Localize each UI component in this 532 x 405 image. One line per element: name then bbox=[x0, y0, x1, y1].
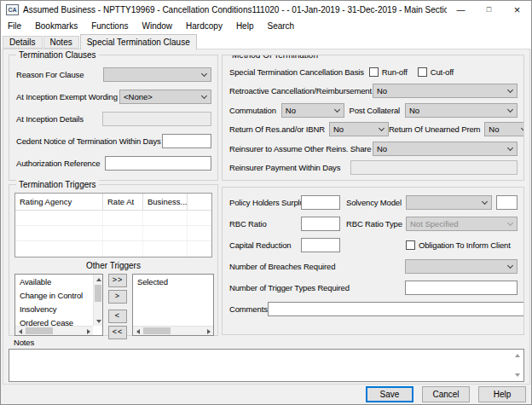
post-collateral-label: Post Collateral bbox=[349, 106, 400, 115]
minimize-button[interactable]: — bbox=[447, 1, 475, 18]
tab-notes[interactable]: Notes bbox=[43, 36, 79, 49]
retroactive-label: Retroactive Cancellation/Reimbursement bbox=[229, 86, 372, 95]
tab-page: Termination Clauses Reason For Clause At… bbox=[3, 49, 530, 385]
capital-reduction-field[interactable] bbox=[301, 238, 340, 252]
scrollbar-thumb[interactable] bbox=[143, 327, 171, 334]
reinsurer-assume-value: No bbox=[377, 144, 505, 153]
title-bar: CA Assumed Business - NPTTY19969 - Cance… bbox=[1, 1, 531, 18]
menu-bookmarks[interactable]: Bookmarks bbox=[28, 18, 84, 34]
breaches-required-dropdown[interactable] bbox=[405, 259, 518, 274]
commutation-value: No bbox=[286, 106, 332, 115]
return-res-dropdown[interactable]: No bbox=[329, 122, 389, 136]
column-rate-at[interactable]: Rate At bbox=[103, 194, 143, 210]
available-triggers-listbox[interactable]: Available Change in Control Insolvency O… bbox=[14, 274, 103, 336]
scroll-right-button[interactable] bbox=[84, 327, 93, 336]
retroactive-dropdown[interactable]: No bbox=[373, 84, 518, 98]
move-all-left-button[interactable]: << bbox=[108, 326, 127, 339]
scroll-down-button[interactable] bbox=[94, 316, 103, 326]
chevron-down-icon bbox=[521, 125, 524, 131]
table-row[interactable] bbox=[15, 241, 211, 257]
tab-special-termination-clause[interactable]: Special Termination Clause bbox=[80, 34, 197, 49]
chevron-down-icon bbox=[379, 125, 385, 131]
termination-triggers-group: Termination Triggers Rating Agency Rate … bbox=[9, 184, 218, 336]
other-triggers-label: Other Triggers bbox=[14, 261, 212, 273]
window-title: Assumed Business - NPTTY19969 - Cancella… bbox=[23, 5, 447, 14]
arrow-down-icon[interactable] bbox=[515, 373, 520, 377]
commutation-dropdown[interactable]: No bbox=[281, 103, 344, 118]
return-res-value: No bbox=[333, 124, 376, 134]
at-inception-exempt-wording-value: <None> bbox=[124, 92, 199, 101]
reinsurer-assume-label: Reinsurer to Assume Other Reins. Share bbox=[229, 144, 371, 153]
menu-file[interactable]: File bbox=[1, 18, 28, 34]
reinsurer-assume-dropdown[interactable]: No bbox=[373, 142, 518, 156]
solvency-model-extra-field[interactable] bbox=[496, 195, 518, 210]
move-right-button[interactable]: > bbox=[108, 290, 127, 304]
obligation-checkbox[interactable] bbox=[406, 240, 415, 250]
chevron-down-icon bbox=[201, 70, 207, 76]
trigger-types-required-field[interactable] bbox=[405, 281, 518, 295]
help-button[interactable]: Help bbox=[478, 386, 526, 402]
horizontal-scrollbar[interactable] bbox=[133, 326, 213, 335]
cancel-button[interactable]: Cancel bbox=[422, 386, 470, 402]
footer-button-bar: Save Cancel Help bbox=[1, 386, 531, 403]
save-button[interactable]: Save bbox=[366, 386, 413, 402]
policy-holders-surplus-field[interactable] bbox=[301, 195, 340, 210]
list-item[interactable]: Selected bbox=[134, 275, 212, 289]
reason-for-clause-dropdown[interactable] bbox=[103, 67, 211, 82]
reinsurer-payment-label: Reinsurer Payment Within Days bbox=[229, 163, 340, 172]
solvency-model-dropdown[interactable] bbox=[406, 195, 492, 210]
chevron-down-icon bbox=[507, 145, 513, 151]
arrow-down-icon bbox=[96, 320, 101, 323]
column-rating-agency[interactable]: Rating Agency bbox=[15, 194, 103, 210]
menu-bar: File Bookmarks Functions Window Hardcopy… bbox=[1, 18, 531, 34]
scrollbar-thumb[interactable] bbox=[26, 327, 53, 334]
rbc-ratio-type-value: Not Specified bbox=[410, 219, 505, 229]
selected-triggers-listbox[interactable]: Selected bbox=[132, 274, 214, 336]
rbc-ratio-field[interactable] bbox=[301, 217, 340, 231]
at-inception-exempt-wording-dropdown[interactable]: <None> bbox=[119, 90, 211, 104]
move-left-button[interactable]: < bbox=[108, 310, 127, 323]
horizontal-scrollbar[interactable] bbox=[15, 326, 93, 335]
authorization-reference-field[interactable] bbox=[105, 156, 211, 171]
runoff-checkbox[interactable] bbox=[369, 67, 379, 77]
comments-field[interactable] bbox=[268, 302, 524, 316]
menu-functions[interactable]: Functions bbox=[84, 18, 135, 34]
scrollbar-thumb[interactable] bbox=[95, 285, 101, 302]
menu-help[interactable]: Help bbox=[229, 18, 261, 34]
scroll-left-button[interactable] bbox=[15, 327, 25, 336]
termination-clauses-title: Termination Clauses bbox=[16, 49, 99, 61]
close-button[interactable]: × bbox=[503, 1, 531, 18]
cutoff-checkbox[interactable] bbox=[418, 67, 427, 77]
scroll-left-button[interactable] bbox=[133, 327, 142, 336]
scroll-right-button[interactable] bbox=[204, 327, 213, 336]
list-item[interactable]: Available bbox=[16, 275, 92, 289]
solvency-model-label: Solvency Model bbox=[346, 198, 402, 207]
table-row[interactable] bbox=[15, 226, 211, 241]
runoff-label: Run-off bbox=[382, 67, 408, 77]
move-buttons-column: >> > < << bbox=[108, 274, 127, 336]
window-controls: — □ × bbox=[447, 1, 531, 18]
scroll-up-button[interactable] bbox=[94, 275, 103, 284]
arrow-up-icon[interactable] bbox=[515, 354, 520, 357]
rbc-ratio-type-label: RBC Ratio Type bbox=[346, 219, 402, 229]
list-item[interactable]: Insolvency bbox=[16, 303, 92, 316]
maximize-button[interactable]: □ bbox=[475, 1, 503, 18]
return-unearned-dropdown[interactable]: No bbox=[484, 122, 524, 136]
move-all-right-button[interactable]: >> bbox=[108, 274, 127, 287]
maximize-icon: □ bbox=[487, 5, 491, 14]
menu-search[interactable]: Search bbox=[260, 18, 301, 34]
menu-hardcopy[interactable]: Hardcopy bbox=[179, 18, 229, 34]
authorization-reference-label: Authorization Reference bbox=[16, 159, 100, 168]
tab-details[interactable]: Details bbox=[3, 36, 43, 49]
column-business[interactable]: Business... bbox=[143, 194, 188, 210]
vertical-scrollbar[interactable] bbox=[93, 275, 102, 326]
notes-textarea[interactable] bbox=[9, 349, 524, 382]
table-row[interactable] bbox=[15, 211, 211, 226]
menu-window[interactable]: Window bbox=[136, 18, 180, 34]
cedent-notice-field[interactable] bbox=[162, 134, 211, 148]
comments-label: Comments bbox=[229, 304, 268, 314]
list-item[interactable]: Change in Control bbox=[16, 289, 92, 303]
post-collateral-dropdown[interactable]: No bbox=[405, 103, 518, 118]
chevron-down-icon bbox=[201, 92, 207, 98]
termination-clauses-group: Termination Clauses Reason For Clause At… bbox=[9, 55, 218, 181]
